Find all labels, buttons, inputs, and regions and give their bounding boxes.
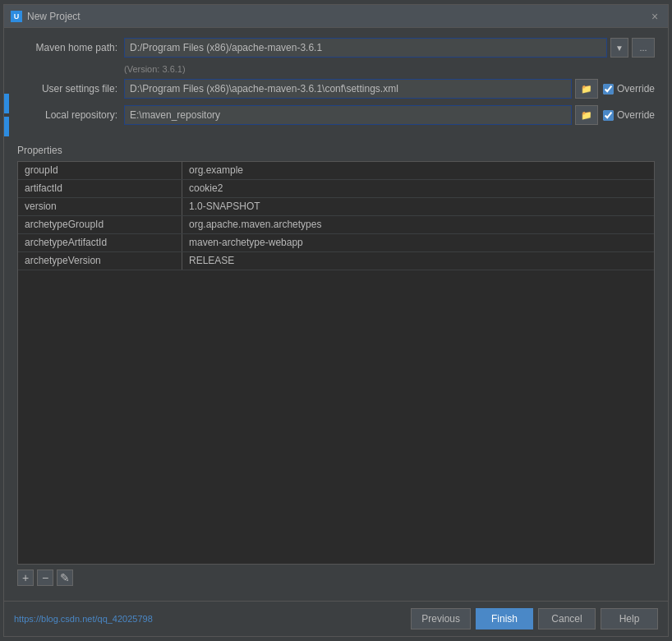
local-repo-browse[interactable]: 📁 [575, 105, 598, 125]
prop-value: 1.0-SNAPSHOT [182, 198, 654, 215]
close-button[interactable]: × [648, 10, 661, 23]
user-settings-override-group: Override [603, 83, 655, 95]
user-settings-browse[interactable]: 📁 [575, 79, 598, 99]
properties-table: groupIdorg.exampleartifactIdcookie2versi… [17, 161, 655, 565]
user-settings-label: User settings file: [17, 83, 124, 95]
remove-property-button[interactable]: − [37, 570, 53, 586]
dialog-footer: https://blog.csdn.net/qq_42025798 Previo… [4, 601, 668, 636]
prop-key: archetypeGroupId [18, 216, 182, 233]
maven-home-input-group: ▼ ... [124, 38, 655, 58]
user-settings-input[interactable] [124, 79, 572, 99]
prop-value: org.example [182, 162, 654, 179]
table-row[interactable]: archetypeVersionRELEASE [18, 252, 654, 270]
local-repo-override-label: Override [617, 109, 655, 121]
prop-value: RELEASE [182, 252, 654, 270]
left-bar-indicator [4, 94, 9, 113]
table-toolbar: + − ✎ [17, 565, 655, 591]
prop-key: archetypeVersion [18, 252, 182, 270]
footer-url: https://blog.csdn.net/qq_42025798 [14, 614, 406, 624]
maven-home-row: Maven home path: ▼ ... [17, 38, 655, 58]
maven-home-label: Maven home path: [17, 42, 124, 53]
user-settings-override-label: Override [617, 83, 655, 95]
local-repo-input[interactable] [124, 105, 572, 125]
local-repo-override-group: Override [603, 109, 655, 121]
local-repo-override-checkbox[interactable] [603, 110, 614, 121]
prop-value: maven-archetype-webapp [182, 234, 654, 251]
maven-home-input[interactable] [124, 38, 607, 58]
prop-value: cookie2 [182, 180, 654, 197]
prop-key: artifactId [18, 180, 182, 197]
properties-section-title: Properties [17, 145, 655, 156]
edit-property-button[interactable]: ✎ [57, 570, 73, 586]
local-repo-label: Local repository: [17, 109, 124, 121]
finish-button[interactable]: Finish [476, 608, 533, 629]
previous-button[interactable]: Previous [411, 608, 471, 629]
dialog-title: New Project [27, 11, 81, 22]
prop-key: groupId [18, 162, 182, 179]
prop-key: archetypeArtifactId [18, 234, 182, 251]
left-bar [4, 28, 9, 641]
user-settings-override-checkbox[interactable] [603, 84, 614, 95]
help-button[interactable]: Help [601, 608, 658, 629]
title-bar: U New Project × [4, 5, 668, 28]
table-row[interactable]: groupIdorg.example [18, 162, 654, 180]
table-row[interactable]: archetypeGroupIdorg.apache.maven.archety… [18, 216, 654, 234]
user-settings-input-group: 📁 [124, 79, 598, 99]
cancel-button[interactable]: Cancel [538, 608, 596, 629]
user-settings-row: User settings file: 📁 Override [17, 79, 655, 99]
table-row[interactable]: version1.0-SNAPSHOT [18, 198, 654, 216]
local-repo-input-group: 📁 [124, 105, 598, 125]
add-property-button[interactable]: + [17, 570, 34, 586]
maven-home-dropdown[interactable]: ▼ [610, 38, 628, 58]
app-icon: U [11, 11, 22, 22]
title-bar-left: U New Project [11, 11, 81, 22]
local-repo-row: Local repository: 📁 Override [17, 105, 655, 125]
maven-home-browse[interactable]: ... [632, 38, 655, 58]
version-hint: (Version: 3.6.1) [124, 64, 655, 74]
dialog-body: Maven home path: ▼ ... (Version: 3.6.1) … [4, 28, 668, 601]
prop-key: version [18, 198, 182, 215]
table-row[interactable]: artifactIdcookie2 [18, 180, 654, 198]
table-row[interactable]: archetypeArtifactIdmaven-archetype-webap… [18, 234, 654, 252]
left-bar-indicator [4, 117, 9, 136]
prop-value: org.apache.maven.archetypes [182, 216, 654, 233]
new-project-dialog: U New Project × Maven home path: ▼ ... (… [3, 4, 669, 637]
